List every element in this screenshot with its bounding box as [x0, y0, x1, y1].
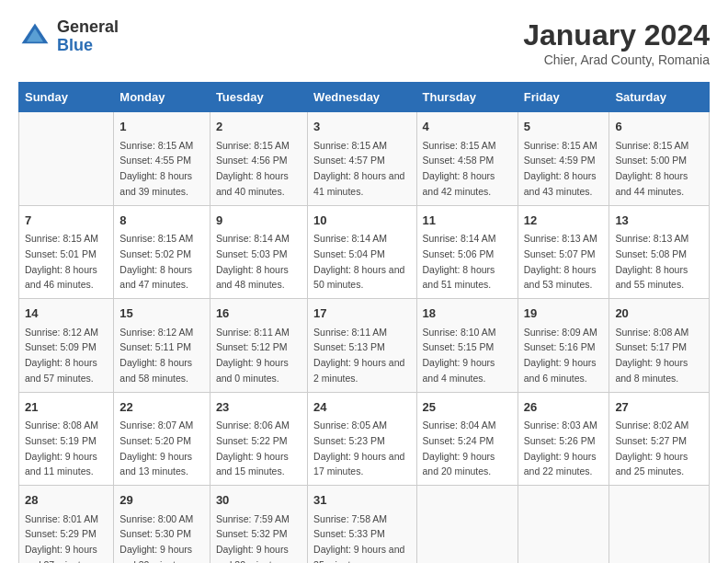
sunrise-info: Sunrise: 8:12 AM: [119, 327, 193, 338]
day-cell: 24 Sunrise: 8:05 AM Sunset: 5:23 PM Dayl…: [308, 392, 416, 486]
day-number: 24: [313, 398, 410, 417]
day-number: 8: [119, 212, 204, 230]
day-number: 2: [216, 118, 301, 136]
sunrise-info: Sunrise: 8:15 AM: [524, 140, 597, 151]
day-cell: 31 Sunrise: 7:58 AM Sunset: 5:33 PM Dayl…: [308, 486, 416, 564]
daylight-info: Daylight: 9 hours and 35 minutes.: [313, 544, 404, 563]
sunrise-info: Sunrise: 8:14 AM: [313, 233, 387, 244]
day-cell: 10 Sunrise: 8:14 AM Sunset: 5:04 PM Dayl…: [308, 205, 416, 299]
sunset-info: Sunset: 4:56 PM: [216, 155, 288, 166]
week-row-4: 21 Sunrise: 8:08 AM Sunset: 5:19 PM Dayl…: [19, 392, 710, 486]
sunrise-info: Sunrise: 8:08 AM: [615, 327, 688, 338]
logo-blue-label: Blue: [57, 37, 119, 55]
day-cell: 17 Sunrise: 8:11 AM Sunset: 5:13 PM Dayl…: [308, 299, 416, 393]
sunrise-info: Sunrise: 8:15 AM: [615, 140, 688, 151]
sunrise-info: Sunrise: 8:01 AM: [25, 513, 98, 524]
logo-icon: [18, 20, 51, 53]
day-cell: 20 Sunrise: 8:08 AM Sunset: 5:17 PM Dayl…: [609, 299, 710, 393]
sunset-info: Sunset: 5:22 PM: [216, 435, 288, 446]
sunset-info: Sunset: 5:33 PM: [313, 528, 385, 539]
day-number: 22: [119, 398, 204, 417]
sunrise-info: Sunrise: 8:15 AM: [313, 140, 387, 151]
sunset-info: Sunset: 5:07 PM: [524, 248, 596, 259]
day-number: 14: [25, 304, 108, 323]
week-row-3: 14 Sunrise: 8:12 AM Sunset: 5:09 PM Dayl…: [19, 299, 710, 393]
sunset-info: Sunset: 5:12 PM: [216, 341, 288, 352]
sunset-info: Sunset: 5:16 PM: [524, 341, 596, 352]
day-number: 21: [25, 398, 108, 417]
day-cell: 11 Sunrise: 8:14 AM Sunset: 5:06 PM Dayl…: [416, 205, 518, 299]
daylight-info: Daylight: 8 hours and 55 minutes.: [615, 264, 688, 291]
daylight-info: Daylight: 8 hours and 39 minutes.: [119, 170, 192, 197]
day-cell: 5 Sunrise: 8:15 AM Sunset: 4:59 PM Dayli…: [518, 112, 609, 206]
day-cell: 21 Sunrise: 8:08 AM Sunset: 5:19 PM Dayl…: [19, 392, 114, 486]
day-number: 31: [313, 491, 410, 510]
day-cell: 23 Sunrise: 8:06 AM Sunset: 5:22 PM Dayl…: [210, 392, 307, 486]
daylight-info: Daylight: 9 hours and 27 minutes.: [25, 544, 97, 563]
day-number: 12: [524, 212, 604, 230]
sunset-info: Sunset: 4:59 PM: [524, 155, 596, 166]
sunset-info: Sunset: 5:04 PM: [313, 248, 385, 259]
day-cell: 12 Sunrise: 8:13 AM Sunset: 5:07 PM Dayl…: [518, 205, 609, 299]
day-number: 28: [25, 491, 108, 510]
sunset-info: Sunset: 5:29 PM: [25, 528, 97, 539]
daylight-info: Daylight: 9 hours and 17 minutes.: [313, 451, 404, 477]
day-number: 19: [524, 304, 604, 323]
day-cell: 2 Sunrise: 8:15 AM Sunset: 4:56 PM Dayli…: [210, 112, 307, 206]
sunrise-info: Sunrise: 8:13 AM: [615, 233, 688, 244]
day-number: 27: [615, 398, 703, 417]
day-number: 29: [119, 491, 204, 510]
daylight-info: Daylight: 9 hours and 32 minutes.: [216, 544, 289, 563]
sunset-info: Sunset: 5:32 PM: [216, 528, 288, 539]
daylight-info: Daylight: 9 hours and 25 minutes.: [615, 451, 688, 477]
logo: General Blue: [18, 18, 119, 55]
sunrise-info: Sunrise: 8:15 AM: [423, 140, 496, 151]
daylight-info: Daylight: 8 hours and 51 minutes.: [423, 264, 495, 291]
daylight-info: Daylight: 8 hours and 46 minutes.: [25, 264, 97, 291]
day-number: 7: [25, 212, 108, 230]
sunset-info: Sunset: 5:23 PM: [313, 435, 385, 446]
day-cell: 28 Sunrise: 8:01 AM Sunset: 5:29 PM Dayl…: [19, 486, 114, 564]
col-header-saturday: Saturday: [609, 83, 710, 112]
daylight-info: Daylight: 8 hours and 58 minutes.: [119, 357, 192, 384]
col-header-tuesday: Tuesday: [210, 83, 307, 112]
daylight-info: Daylight: 9 hours and 0 minutes.: [216, 357, 289, 384]
day-cell: [518, 486, 609, 564]
sunset-info: Sunset: 5:24 PM: [423, 435, 495, 446]
sunset-info: Sunset: 5:15 PM: [423, 341, 495, 352]
title-area: January 2024 Chier, Arad County, Romania: [523, 18, 710, 67]
day-number: 23: [216, 398, 301, 417]
day-number: 18: [423, 304, 512, 323]
day-number: 9: [216, 212, 301, 230]
day-number: 5: [524, 118, 604, 136]
sunrise-info: Sunrise: 8:10 AM: [423, 327, 496, 338]
day-cell: 8 Sunrise: 8:15 AM Sunset: 5:02 PM Dayli…: [114, 205, 210, 299]
daylight-info: Daylight: 8 hours and 40 minutes.: [216, 170, 289, 197]
col-header-sunday: Sunday: [19, 83, 114, 112]
col-header-friday: Friday: [518, 83, 609, 112]
sunset-info: Sunset: 5:20 PM: [119, 435, 191, 446]
sunset-info: Sunset: 5:08 PM: [615, 248, 687, 259]
daylight-info: Daylight: 8 hours and 44 minutes.: [615, 170, 688, 197]
sunrise-info: Sunrise: 7:59 AM: [216, 513, 290, 524]
day-number: 1: [119, 118, 204, 136]
sunset-info: Sunset: 5:13 PM: [313, 341, 385, 352]
main-title: January 2024: [523, 18, 710, 52]
day-cell: [416, 486, 518, 564]
day-cell: 13 Sunrise: 8:13 AM Sunset: 5:08 PM Dayl…: [609, 205, 710, 299]
sunset-info: Sunset: 5:00 PM: [615, 155, 687, 166]
sunrise-info: Sunrise: 8:07 AM: [119, 419, 193, 431]
day-cell: 6 Sunrise: 8:15 AM Sunset: 5:00 PM Dayli…: [609, 112, 710, 206]
sunset-info: Sunset: 5:09 PM: [25, 341, 97, 352]
daylight-info: Daylight: 9 hours and 8 minutes.: [615, 357, 688, 384]
sunset-info: Sunset: 5:17 PM: [615, 341, 687, 352]
day-number: 11: [423, 212, 512, 230]
day-cell: 22 Sunrise: 8:07 AM Sunset: 5:20 PM Dayl…: [114, 392, 210, 486]
daylight-info: Daylight: 8 hours and 43 minutes.: [524, 170, 597, 197]
sunset-info: Sunset: 5:02 PM: [119, 248, 191, 259]
day-cell: 18 Sunrise: 8:10 AM Sunset: 5:15 PM Dayl…: [416, 299, 518, 393]
daylight-info: Daylight: 8 hours and 42 minutes.: [423, 170, 495, 197]
sunset-info: Sunset: 5:27 PM: [615, 435, 687, 446]
day-cell: 4 Sunrise: 8:15 AM Sunset: 4:58 PM Dayli…: [416, 112, 518, 206]
sunset-info: Sunset: 5:03 PM: [216, 248, 288, 259]
